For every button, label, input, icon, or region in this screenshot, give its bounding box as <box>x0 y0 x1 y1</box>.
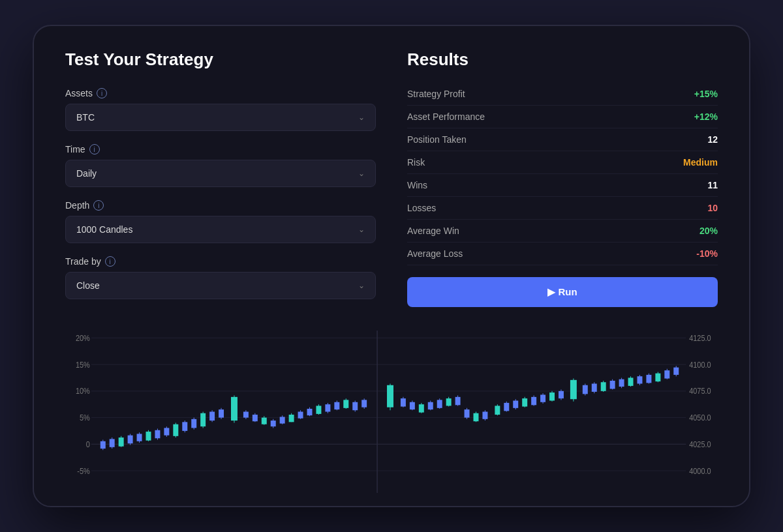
assets-chevron-icon: ⌄ <box>358 113 365 122</box>
svg-rect-28 <box>137 434 142 441</box>
trade-by-info-icon[interactable]: i <box>105 256 115 267</box>
svg-text:0: 0 <box>86 439 91 449</box>
svg-rect-82 <box>410 402 415 409</box>
result-row-losses: Losses 10 <box>407 197 718 220</box>
left-panel-title: Test Your Strategy <box>65 50 376 70</box>
trade-by-label: Trade by i <box>65 256 376 267</box>
assets-field-group: Assets i BTC ⌄ <box>65 88 376 131</box>
result-row-average-win: Average Win 20% <box>407 220 718 243</box>
svg-rect-130 <box>637 376 642 383</box>
svg-rect-118 <box>583 385 588 394</box>
svg-text:4050.0: 4050.0 <box>689 413 711 422</box>
svg-rect-20 <box>100 441 106 449</box>
svg-rect-42 <box>200 413 206 426</box>
svg-rect-74 <box>352 402 358 410</box>
svg-rect-76 <box>361 400 367 407</box>
device-frame: Test Your Strategy Assets i BTC ⌄ Time i… <box>33 25 750 507</box>
result-row-position-taken: Position Taken 12 <box>407 128 718 151</box>
result-row-wins: Wins 11 <box>407 174 718 197</box>
svg-rect-102 <box>504 403 509 411</box>
time-info-icon[interactable]: i <box>89 144 100 155</box>
svg-text:4075.0: 4075.0 <box>689 387 711 396</box>
svg-text:5%: 5% <box>80 413 90 422</box>
chart-panel: 20% 15% 10% 5% 0 -5% 4125.0 4100.0 4075.… <box>34 331 749 506</box>
position-taken-label: Position Taken <box>407 134 467 145</box>
svg-rect-26 <box>128 436 133 443</box>
run-button[interactable]: ▶ Run <box>407 277 718 307</box>
position-taken-value: 12 <box>707 134 718 145</box>
svg-rect-108 <box>531 397 536 405</box>
assets-dropdown[interactable]: BTC ⌄ <box>65 104 376 131</box>
svg-text:20%: 20% <box>76 333 90 342</box>
svg-rect-34 <box>164 428 169 435</box>
strategy-profit-label: Strategy Profit <box>407 89 465 99</box>
svg-rect-46 <box>219 409 224 417</box>
assets-label: Assets i <box>65 88 376 98</box>
results-table: Strategy Profit +15% Asset Performance +… <box>407 83 718 265</box>
depth-label: Depth i <box>65 200 376 211</box>
svg-rect-122 <box>601 382 606 391</box>
time-label: Time i <box>65 144 376 155</box>
asset-performance-value: +12% <box>694 111 718 122</box>
svg-rect-104 <box>513 401 518 408</box>
svg-text:15%: 15% <box>76 360 90 369</box>
svg-rect-22 <box>110 439 115 447</box>
svg-rect-66 <box>316 406 321 413</box>
svg-rect-92 <box>455 397 461 405</box>
svg-rect-30 <box>146 432 151 441</box>
svg-rect-44 <box>209 412 215 421</box>
svg-rect-48 <box>231 397 238 421</box>
losses-label: Losses <box>407 203 436 213</box>
assets-info-icon[interactable]: i <box>97 88 107 98</box>
svg-rect-80 <box>401 398 406 406</box>
svg-rect-88 <box>437 400 442 407</box>
result-row-strategy-profit: Strategy Profit +15% <box>407 83 718 106</box>
svg-rect-86 <box>428 402 433 409</box>
chart-svg: 20% 15% 10% 5% 0 -5% 4125.0 4100.0 4075.… <box>65 331 718 493</box>
svg-rect-132 <box>646 375 651 383</box>
top-panel: Test Your Strategy Assets i BTC ⌄ Time i… <box>34 26 749 331</box>
losses-value: 10 <box>707 203 718 213</box>
left-panel: Test Your Strategy Assets i BTC ⌄ Time i… <box>65 50 376 312</box>
depth-chevron-icon: ⌄ <box>358 225 365 234</box>
time-dropdown[interactable]: Daily ⌄ <box>65 160 376 187</box>
svg-rect-52 <box>253 415 258 421</box>
asset-performance-label: Asset Performance <box>407 111 485 122</box>
average-win-value: 20% <box>699 226 718 236</box>
svg-text:4000.0: 4000.0 <box>689 466 711 475</box>
svg-rect-94 <box>465 409 470 417</box>
svg-rect-112 <box>549 392 555 400</box>
svg-rect-78 <box>387 385 393 407</box>
wins-value: 11 <box>707 180 718 190</box>
trade-by-chevron-icon: ⌄ <box>358 281 365 290</box>
result-row-average-loss: Average Loss -10% <box>407 243 718 265</box>
svg-text:4125.0: 4125.0 <box>689 333 711 342</box>
svg-rect-54 <box>262 418 267 424</box>
average-loss-label: Average Loss <box>407 248 463 259</box>
depth-dropdown[interactable]: 1000 Candles ⌄ <box>65 216 376 243</box>
svg-rect-68 <box>325 404 330 411</box>
svg-rect-56 <box>271 421 276 426</box>
svg-text:10%: 10% <box>76 387 90 396</box>
svg-text:-5%: -5% <box>77 466 89 475</box>
svg-rect-32 <box>155 430 160 438</box>
trade-by-dropdown[interactable]: Close ⌄ <box>65 272 376 299</box>
average-loss-value: -10% <box>696 248 718 259</box>
svg-rect-128 <box>628 377 634 385</box>
svg-rect-98 <box>482 412 487 419</box>
svg-rect-50 <box>243 412 249 418</box>
svg-rect-60 <box>289 415 294 422</box>
right-panel: Results Strategy Profit +15% Asset Perfo… <box>407 50 718 312</box>
svg-text:4025.0: 4025.0 <box>689 439 711 449</box>
svg-rect-24 <box>119 437 124 447</box>
svg-rect-114 <box>559 391 564 398</box>
svg-rect-62 <box>298 412 303 419</box>
svg-rect-72 <box>343 400 348 407</box>
svg-rect-136 <box>664 370 669 378</box>
svg-rect-40 <box>191 419 196 428</box>
svg-rect-106 <box>522 398 527 406</box>
svg-rect-116 <box>570 380 577 399</box>
depth-info-icon[interactable]: i <box>93 200 104 211</box>
svg-rect-90 <box>446 398 452 406</box>
svg-rect-64 <box>307 409 313 415</box>
